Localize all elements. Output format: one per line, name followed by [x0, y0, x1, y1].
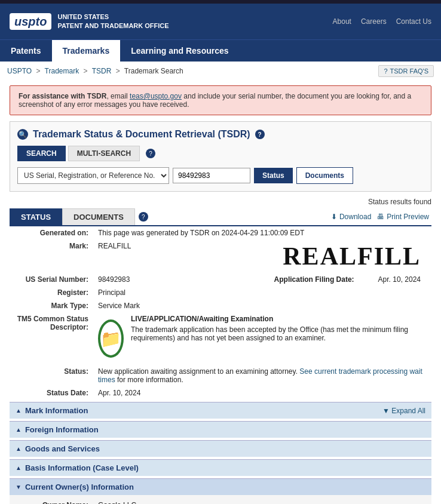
tm5-status-icon: 📁 — [98, 319, 124, 358]
status-label: Status: — [10, 365, 93, 386]
mark-info-triangle: ▲ — [16, 407, 22, 414]
basis-info-label: Basis Information (Case Level) — [25, 463, 139, 472]
mark-row: Mark: REALFILL REALFILL — [10, 239, 431, 273]
owner-name-row: Owner Name: Google LLC — [10, 499, 431, 504]
owner-name-label: Owner Name: — [10, 499, 93, 504]
help-icon[interactable]: ? — [255, 130, 265, 139]
owner-name-value: Google LLC — [93, 499, 431, 504]
breadcrumb-tsdr[interactable]: TSDR — [92, 67, 112, 75]
foreign-info-triangle: ▲ — [16, 426, 22, 433]
status-button[interactable]: Status — [254, 168, 293, 183]
generated-on-row: Generated on: This page was generated by… — [10, 226, 431, 239]
results-header: Status results found — [10, 198, 431, 206]
nav-trademarks[interactable]: Trademarks — [52, 40, 121, 62]
header: uspto UNITED STATES PATENT AND TRADEMARK… — [0, 4, 441, 39]
nav-learning[interactable]: Learning and Resources — [120, 40, 239, 62]
mark-type-value: Service Mark — [93, 299, 431, 312]
search-section: 🔍 Trademark Status & Document Retrieval … — [10, 121, 431, 192]
question-icon: ? — [384, 67, 387, 75]
tm5-row: TM5 Common Status Descriptor: 📁 LIVE/APP… — [10, 312, 431, 365]
download-icon: ⬇ — [331, 213, 337, 221]
careers-link[interactable]: Careers — [361, 17, 387, 26]
result-tab-actions: ⬇ Download 🖶 Print Preview — [331, 213, 431, 221]
owner-info-section[interactable]: ▼ Current Owner(s) Information — [10, 478, 431, 495]
basis-info-section[interactable]: ▲ Basis Information (Case Level) — [10, 459, 431, 476]
mark-type-row: Mark Type: Service Mark — [10, 299, 431, 312]
status-row: Status: New application awaiting assignm… — [10, 365, 431, 386]
owner-info-triangle: ▼ — [16, 484, 22, 490]
search-icon: 🔍 — [17, 129, 28, 140]
result-tabs: STATUS DOCUMENTS ? ⬇ Download 🖶 Print Pr… — [10, 208, 431, 226]
mark-image: REALFILL — [277, 242, 427, 271]
search-row: US Serial, Registration, or Reference No… — [17, 167, 424, 184]
main-nav: Patents Trademarks Learning and Resource… — [0, 39, 441, 62]
folder-icon: 📁 — [100, 329, 121, 349]
status-date-value: Apr. 10, 2024 — [93, 386, 431, 399]
app-filing-date-label: Application Filing Date: — [274, 275, 354, 284]
status-value: New application awaiting assignment to a… — [93, 365, 431, 386]
goods-services-section[interactable]: ▲ Goods and Services — [10, 440, 431, 457]
register-value: Principal — [93, 286, 431, 299]
search-title: 🔍 Trademark Status & Document Retrieval … — [17, 129, 424, 140]
mark-label: Mark: — [10, 239, 93, 273]
alert-box: For assistance with TSDR, email teas@usp… — [10, 85, 431, 115]
basis-info-triangle: ▲ — [16, 465, 22, 471]
download-link[interactable]: ⬇ Download — [331, 213, 371, 221]
serial-number-row: US Serial Number: 98492983 Application F… — [10, 273, 431, 286]
sep2: > — [84, 67, 88, 75]
app-filing-date-value: Apr. 10, 2024 — [378, 275, 421, 284]
generated-on-label: Generated on: — [10, 226, 93, 239]
expand-all-link[interactable]: ▼ Expand All — [382, 407, 425, 415]
tab-help-icon[interactable]: ? — [146, 149, 155, 158]
tsdr-faq-link[interactable]: ?TSDR FAQ'S — [378, 65, 434, 77]
generated-on-value: This page was generated by TSDR on 2024-… — [93, 226, 431, 239]
goods-services-label: Goods and Services — [25, 444, 100, 453]
sep1: > — [36, 67, 40, 75]
print-link[interactable]: 🖶 Print Preview — [377, 213, 429, 221]
status-data-table: Generated on: This page was generated by… — [10, 226, 431, 399]
alert-text2: , email — [106, 92, 130, 100]
header-nav: About Careers Contact Us — [333, 17, 431, 26]
tab-search[interactable]: SEARCH — [17, 146, 66, 161]
register-row: Register: Principal — [10, 286, 431, 299]
logo: uspto — [10, 13, 51, 30]
mark-info-section[interactable]: ▲ Mark Information ▼ Expand All — [10, 402, 431, 419]
tm5-label: TM5 Common Status Descriptor: — [10, 312, 93, 365]
owner-section: Owner Name: Google LLC Owner Address: 16… — [10, 495, 431, 504]
about-link[interactable]: About — [333, 17, 351, 26]
search-type-select[interactable]: US Serial, Registration, or Reference No… — [17, 167, 169, 184]
logo-area: uspto UNITED STATES PATENT AND TRADEMARK… — [10, 13, 169, 31]
alert-email[interactable]: teas@uspto.gov — [130, 92, 182, 100]
breadcrumb: USPTO > Trademark > TSDR > Trademark Sea… — [0, 62, 441, 81]
tab-documents[interactable]: DOCUMENTS — [62, 208, 135, 225]
goods-services-triangle: ▲ — [16, 445, 22, 452]
tab-multi-search[interactable]: MULTI-SEARCH — [68, 146, 140, 161]
status-date-label: Status Date: — [10, 386, 93, 399]
alert-text1: For assistance with TSDR — [19, 92, 106, 100]
documents-button[interactable]: Documents — [296, 167, 353, 184]
search-tabs: SEARCH MULTI-SEARCH ? — [17, 146, 424, 161]
nav-patents[interactable]: Patents — [0, 40, 52, 62]
serial-number-label: US Serial Number: — [10, 273, 93, 286]
status-date-row: Status Date: Apr. 10, 2024 — [10, 386, 431, 399]
owner-data-table: Owner Name: Google LLC Owner Address: 16… — [10, 499, 431, 504]
result-tab-help-icon[interactable]: ? — [139, 212, 148, 222]
sep3: > — [116, 67, 120, 75]
owner-info-label: Current Owner(s) Information — [25, 483, 134, 491]
tm5-value: 📁 LIVE/APPLICATION/Awaiting Examination … — [93, 312, 431, 365]
logo-subtext: UNITED STATES PATENT AND TRADEMARK OFFIC… — [57, 13, 169, 31]
tab-status[interactable]: STATUS — [10, 208, 62, 225]
register-label: Register: — [10, 286, 93, 299]
breadcrumb-trademark[interactable]: Trademark — [45, 67, 79, 75]
search-input[interactable] — [173, 168, 250, 183]
mark-value: REALFILL REALFILL — [93, 239, 431, 273]
contact-link[interactable]: Contact Us — [396, 17, 431, 26]
foreign-info-section[interactable]: ▲ Foreign Information — [10, 421, 431, 438]
mark-info-label: Mark Information — [25, 406, 88, 415]
print-icon: 🖶 — [377, 213, 384, 221]
serial-number-value: 98492983 Application Filing Date: Apr. 1… — [93, 273, 431, 286]
results-area: Status results found STATUS DOCUMENTS ? … — [10, 198, 431, 504]
mark-type-label: Mark Type: — [10, 299, 93, 312]
breadcrumb-uspto[interactable]: USPTO — [7, 67, 32, 75]
foreign-info-label: Foreign Information — [25, 425, 99, 434]
